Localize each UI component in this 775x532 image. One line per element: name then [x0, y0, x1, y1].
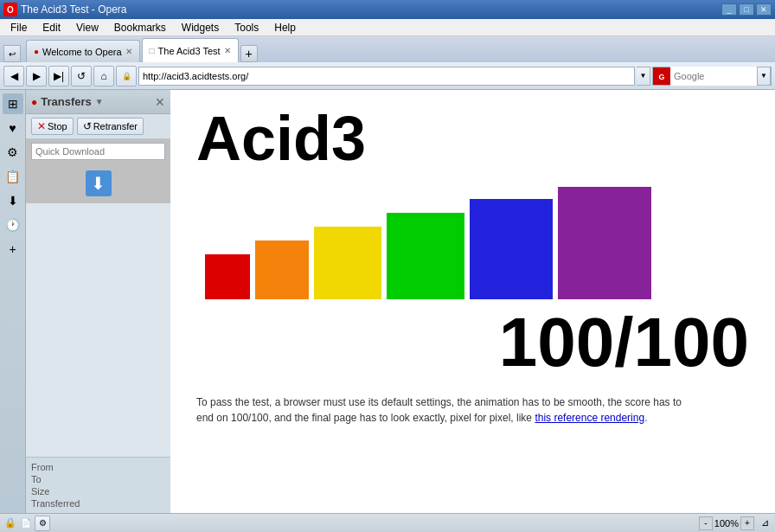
retransfer-button[interactable]: ↺ Retransfer [77, 118, 144, 135]
title-bar: O The Acid3 Test - Opera _ □ ✕ [0, 0, 775, 19]
sidebar-wrapper: ⊞ ♥ ⚙ 📋 ⬇ 🕐 + ● Transfers ▼ ✕ ✕ Stop [0, 90, 170, 513]
sidebar-icons: ⊞ ♥ ⚙ 📋 ⬇ 🕐 + [0, 90, 26, 513]
nav-forward-button[interactable]: ▶ [26, 66, 47, 87]
sidebar-icon-add[interactable]: + [3, 239, 23, 260]
tab-bar: ↩ ● Welcome to Opera ✕ □ The Acid3 Test … [0, 36, 775, 62]
color-boxes [205, 187, 749, 299]
svg-text:G: G [658, 73, 664, 81]
acid3-score: 100/100 [196, 308, 749, 377]
menu-bookmarks[interactable]: Bookmarks [107, 20, 173, 35]
page-status-icon: 📄 [21, 518, 31, 528]
transfers-toolbar: ✕ Stop ↺ Retransfer [26, 114, 170, 139]
to-label: To [31, 474, 83, 484]
tab-acid3[interactable]: □ The Acid3 Test ✕ [142, 38, 239, 62]
download-icon-area: ⬇ [26, 163, 170, 203]
main-layout: ⊞ ♥ ⚙ 📋 ⬇ 🕐 + ● Transfers ▼ ✕ ✕ Stop [0, 90, 775, 513]
window-title: The Acid3 Test - Opera [21, 3, 127, 16]
transferred-label: Transferred [31, 498, 83, 509]
quick-download-input[interactable] [31, 143, 165, 160]
search-dropdown-button[interactable]: ▼ [757, 67, 771, 86]
zoom-out-button[interactable]: - [699, 516, 713, 530]
security-status-icon: 🔒 [3, 516, 17, 530]
transfers-close-button[interactable]: ✕ [155, 95, 165, 109]
nav-back-button[interactable]: ◀ [3, 66, 24, 87]
menu-view[interactable]: View [69, 20, 106, 35]
stop-icon: ✕ [37, 120, 46, 132]
sidebar-icon-bookmarks[interactable]: ♥ [3, 118, 23, 138]
content-area: Acid3 100/100 To pass the test, a browse… [170, 90, 775, 513]
acid3-content: Acid3 100/100 To pass the test, a browse… [170, 90, 775, 513]
zoom-level: 100% [714, 518, 739, 529]
zoom-control: - 100% + [699, 516, 754, 530]
transfers-panel: ● Transfers ▼ ✕ ✕ Stop ↺ Retransfer [26, 90, 170, 513]
status-bar: 🔒 📄 ⚙ - 100% + ⊿ [0, 513, 775, 532]
color-box-green [387, 213, 464, 299]
reference-rendering-link[interactable]: this reference rendering [535, 412, 644, 424]
stop-button[interactable]: ✕ Stop [31, 118, 74, 135]
tab-welcome[interactable]: ● Welcome to Opera ✕ [26, 40, 140, 62]
download-button[interactable]: ⬇ [86, 170, 112, 196]
color-box-red [205, 254, 250, 299]
maximize-button[interactable]: □ [739, 3, 754, 16]
sidebar-icon-downloads[interactable]: ⬇ [3, 190, 23, 211]
tab-acid3-close[interactable]: ✕ [224, 46, 231, 55]
tab-back-button[interactable]: ↩ [3, 45, 21, 62]
sidebar-icon-settings[interactable]: ⚙ [3, 142, 23, 163]
add-tab-button[interactable]: + [240, 45, 258, 62]
transfers-header: ● Transfers ▼ ✕ [26, 90, 170, 114]
status-settings-button[interactable]: ⚙ [35, 516, 50, 531]
menu-bar: File Edit View Bookmarks Widgets Tools H… [0, 19, 775, 36]
quick-download-area [26, 139, 170, 163]
menu-file[interactable]: File [3, 20, 34, 35]
menu-tools[interactable]: Tools [227, 20, 266, 35]
tab-welcome-label: Welcome to Opera [42, 47, 122, 57]
color-box-yellow [314, 227, 381, 299]
nav-fast-forward-button[interactable]: ▶| [48, 66, 69, 87]
address-input[interactable] [138, 67, 635, 86]
close-button[interactable]: ✕ [756, 3, 772, 16]
menu-edit[interactable]: Edit [35, 20, 67, 35]
color-box-orange [255, 240, 309, 299]
nav-bar: ◀ ▶ ▶| ↺ ⌂ 🔒 ▼ G ▼ [0, 62, 775, 90]
sidebar-icon-notes[interactable]: 📋 [3, 166, 23, 187]
address-dropdown-button[interactable]: ▼ [637, 67, 650, 86]
minimize-button[interactable]: _ [721, 3, 737, 16]
color-box-blue [470, 199, 553, 299]
menu-widgets[interactable]: Widgets [175, 20, 226, 35]
search-input[interactable] [670, 67, 757, 86]
from-label: From [31, 462, 83, 472]
size-label: Size [31, 486, 83, 497]
app-icon: O [3, 3, 17, 16]
menu-help[interactable]: Help [267, 20, 303, 35]
acid3-title: Acid3 [196, 107, 749, 170]
retransfer-icon: ↺ [83, 120, 92, 132]
nav-reload-button[interactable]: ↺ [71, 66, 92, 87]
color-box-purple [558, 187, 651, 299]
transfers-title-label: Transfers [41, 95, 92, 108]
search-engine-icon: G [653, 67, 670, 85]
transfers-status: From To Size Transferred [26, 457, 170, 513]
sidebar-icon-history[interactable]: 🕐 [3, 215, 23, 235]
tab-acid3-label: The Acid3 Test [158, 46, 221, 56]
transfers-list [26, 203, 170, 457]
acid3-description: To pass the test, a browser must use its… [196, 394, 698, 426]
nav-security-button[interactable]: 🔒 [116, 66, 137, 87]
sidebar-icon-tabs[interactable]: ⊞ [3, 93, 23, 114]
nav-home-button[interactable]: ⌂ [93, 66, 114, 87]
resize-handle[interactable]: ⊿ [758, 516, 772, 530]
tab-welcome-close[interactable]: ✕ [125, 47, 132, 56]
zoom-in-button[interactable]: + [740, 516, 754, 530]
